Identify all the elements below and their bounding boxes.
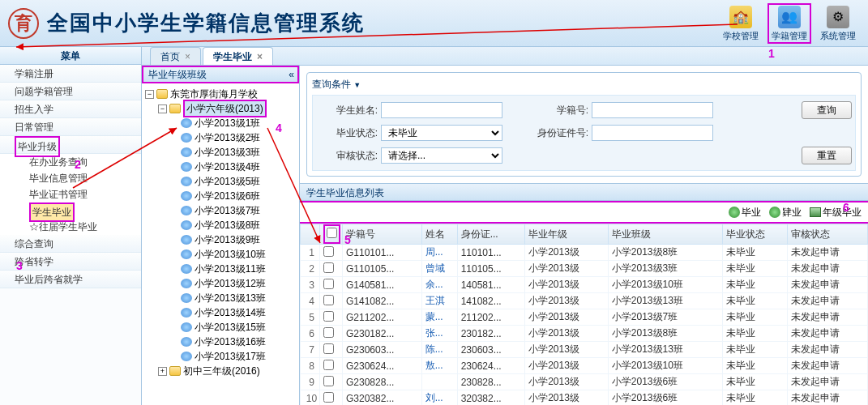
table-row[interactable]: 10G320382...刘...320382...小学2013级小学2013级6… — [301, 390, 868, 406]
users-icon — [181, 352, 192, 361]
nav-school[interactable]: 🏫学校管理 — [719, 3, 763, 44]
btn-query[interactable]: 查询 — [802, 101, 852, 119]
row-check[interactable] — [323, 311, 334, 322]
row-check[interactable] — [323, 279, 334, 289]
table-row[interactable]: 3G140581...余...140581...小学2013级小学2013级10… — [301, 277, 868, 293]
name-link[interactable]: 刘... — [425, 392, 443, 403]
tree-toggle[interactable]: + — [158, 367, 167, 376]
tree-class[interactable]: 小学2013级11班 — [195, 262, 266, 276]
tree-class[interactable]: 小学2013级17班 — [195, 349, 266, 364]
btn-reset[interactable]: 重置 — [802, 147, 852, 164]
list-title: 学生毕业信息列表 — [300, 183, 868, 201]
tree-class[interactable]: 小学2013级1班 — [195, 116, 260, 130]
input-code[interactable] — [592, 102, 713, 118]
row-check[interactable] — [323, 360, 334, 370]
tree-toggle[interactable]: − — [158, 104, 167, 113]
menu-register[interactable]: 学籍注册 — [0, 65, 141, 83]
sub-studentgrad[interactable]: 学生毕业 — [0, 202, 141, 219]
school-icon: 🏫 — [729, 6, 752, 28]
col-header: 毕业班级 — [608, 224, 722, 245]
tree-grade2[interactable]: 初中三年级(2016) — [183, 364, 260, 378]
tab-graduate[interactable]: 学生毕业× — [203, 47, 273, 65]
close-icon[interactable]: × — [185, 51, 190, 62]
tree-class[interactable]: 小学2013级9班 — [195, 232, 260, 247]
close-icon[interactable]: × — [257, 51, 263, 62]
row-check[interactable] — [323, 246, 334, 257]
nav-student[interactable]: 👥学籍管理 — [768, 3, 811, 44]
name-link[interactable]: 王淇 — [425, 295, 445, 306]
tree-class[interactable]: 小学2013级13班 — [195, 291, 266, 305]
name-link[interactable]: 陈... — [425, 343, 443, 355]
tree-class[interactable]: 小学2013级12班 — [195, 276, 266, 291]
sub-pastgrad[interactable]: ☆往届学生毕业 — [0, 219, 141, 235]
tree-toggle[interactable]: − — [145, 90, 154, 99]
table-row[interactable]: 4G141082...王淇141082...小学2013级小学2013级13班未… — [301, 293, 868, 309]
table-row[interactable]: 5G211202...蒙...211202...小学2013级小学2013级7班… — [301, 309, 868, 326]
table-row[interactable]: 6G230182...张...230182...小学2013级小学2013级8班… — [301, 326, 868, 342]
menu-query[interactable]: 综合查询 — [0, 235, 141, 253]
btn-dropout[interactable]: 肄业 — [769, 206, 802, 220]
name-link[interactable]: 蒙... — [425, 311, 443, 322]
sidebar: 菜单 学籍注册 问题学籍管理 招生入学 日常管理 毕业升级 在办业务查询 毕业信… — [0, 47, 142, 405]
search-title: 查询条件 ▼ — [312, 78, 856, 92]
tree-class[interactable]: 小学2013级4班 — [195, 160, 260, 174]
tree-class[interactable]: 小学2013级2班 — [195, 130, 260, 145]
menu-posttransfer[interactable]: 毕业后跨省就学 — [0, 271, 141, 288]
row-check[interactable] — [323, 343, 334, 354]
menu-graduate[interactable]: 毕业升级 — [0, 136, 141, 154]
users-icon — [181, 177, 192, 186]
users-icon — [181, 249, 192, 259]
table-row[interactable]: 7G230603...陈...230603...小学2013级小学2013级13… — [301, 342, 868, 358]
select-astat[interactable]: 请选择... — [381, 147, 502, 164]
table-row[interactable]: 1G110101...周...110101...小学2013级小学2013级8班… — [301, 245, 868, 261]
table-row[interactable]: 8G230624...敖...230624...小学2013级小学2013级10… — [301, 358, 868, 374]
table-row[interactable]: 9G230828...230828...小学2013级小学2013级6班未毕业未… — [301, 374, 868, 390]
users-icon — [181, 293, 192, 303]
tree-class[interactable]: 小学2013级8班 — [195, 218, 260, 232]
btn-graduate[interactable]: 毕业 — [729, 206, 761, 220]
name-link[interactable]: 余... — [425, 279, 443, 290]
row-check[interactable] — [323, 392, 334, 403]
name-link[interactable]: 张... — [425, 327, 443, 339]
tree-grade[interactable]: 小学六年级(2013) — [183, 100, 267, 117]
annot-6: 6 — [843, 201, 849, 214]
nav-system[interactable]: ⚙系统管理 — [816, 3, 860, 44]
row-check[interactable] — [323, 295, 334, 305]
tab-bar: 首页× 学生毕业× — [142, 47, 868, 66]
tree-class[interactable]: 小学2013级10班 — [195, 247, 266, 262]
label-gstat: 毕业状态: — [316, 126, 381, 140]
table-row[interactable]: 2G110105...曾域110105...小学2013级小学2013级3班未毕… — [301, 261, 868, 277]
check-all[interactable] — [327, 228, 337, 238]
collapse-icon[interactable]: « — [289, 66, 294, 83]
tree-class[interactable]: 小学2013级5班 — [195, 174, 260, 189]
btn-gradegrad[interactable]: 年级毕业 — [810, 206, 862, 220]
sub-cert[interactable]: 毕业证书管理 — [0, 186, 141, 202]
tab-home[interactable]: 首页× — [150, 47, 201, 65]
row-check[interactable] — [323, 327, 334, 338]
tree-class[interactable]: 小学2013级3班 — [195, 145, 260, 160]
input-id[interactable] — [592, 125, 713, 141]
name-link[interactable]: 曾域 — [425, 262, 445, 274]
menu-problem[interactable]: 问题学籍管理 — [0, 83, 141, 100]
tree-class[interactable]: 小学2013级15班 — [195, 320, 266, 335]
label-code: 学籍号: — [527, 104, 592, 117]
tree-class[interactable]: 小学2013级7班 — [195, 203, 260, 218]
tree-class[interactable]: 小学2013级16班 — [195, 335, 266, 349]
input-name[interactable] — [381, 102, 502, 118]
card-icon — [810, 207, 821, 217]
row-check[interactable] — [323, 262, 334, 273]
col-header: 审核状态 — [788, 224, 868, 245]
name-link[interactable]: 周... — [425, 246, 443, 258]
label-id: 身份证件号: — [527, 126, 592, 140]
annot-3: 3 — [16, 259, 23, 272]
menu-daily[interactable]: 日常管理 — [0, 118, 141, 136]
name-link[interactable]: 敖... — [425, 360, 443, 371]
menu-enroll[interactable]: 招生入学 — [0, 100, 141, 118]
select-gstat[interactable]: 未毕业 — [381, 125, 502, 141]
col-header — [320, 224, 343, 245]
users-icon — [181, 162, 192, 172]
row-check[interactable] — [323, 376, 334, 386]
tree-class[interactable]: 小学2013级6班 — [195, 189, 260, 203]
sub-gradinfo[interactable]: 毕业信息管理 — [0, 170, 141, 186]
tree-class[interactable]: 小学2013级14班 — [195, 305, 266, 320]
